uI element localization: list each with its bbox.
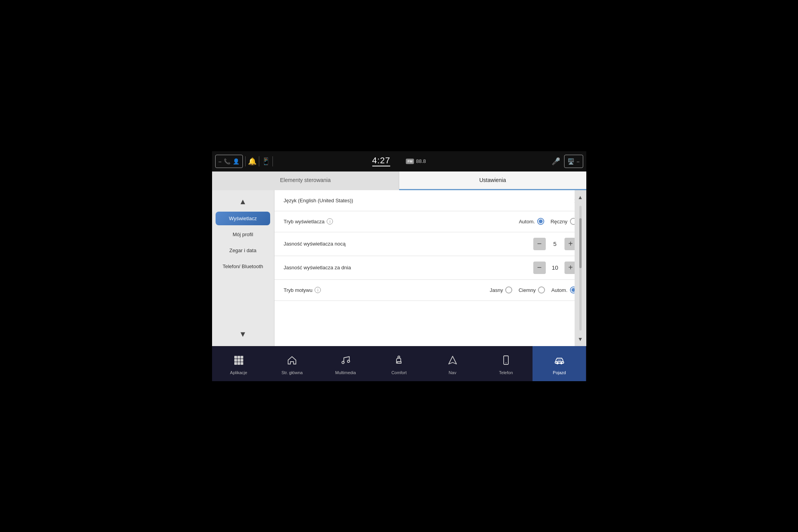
phone-screen-icon[interactable]: 📱 bbox=[262, 157, 270, 166]
aplikacje-label: Aplikacje bbox=[230, 370, 247, 375]
sidebar-item-moj-profil[interactable]: Mój profil bbox=[216, 228, 270, 241]
divider-3 bbox=[272, 156, 273, 166]
tryb-motywu-controls: Jasny Ciemny Autom. bbox=[490, 286, 577, 293]
right-dash: -- bbox=[577, 159, 579, 164]
phone-nav-icon bbox=[501, 355, 511, 368]
status-left: -- 📞 👤 🔔 📱 bbox=[215, 155, 273, 168]
jasnosc-dzien-label: Jasność wyświetlacza za dnia bbox=[284, 265, 351, 270]
scroll-thumb bbox=[579, 218, 582, 268]
fm-badge: FM bbox=[406, 159, 414, 164]
status-right: 🎤 🖥️ -- bbox=[552, 155, 583, 168]
scroll-up[interactable]: ▲ bbox=[575, 190, 586, 204]
settings-panel: Język (English (United States)) › Tryb w… bbox=[274, 190, 586, 346]
status-center: 4:27 FM 88.8 bbox=[372, 156, 426, 166]
autom-radio[interactable] bbox=[537, 218, 544, 225]
row-jasnosc-noc: Jasność wyświetlacza nocą − 5 + bbox=[274, 232, 586, 256]
svg-rect-6 bbox=[234, 362, 237, 365]
jasnosc-dzien-stepper: − 10 + bbox=[533, 262, 577, 274]
content-area: ▲ Wyświetlacz Mój profil Zegar i data Te… bbox=[212, 190, 586, 346]
sidebar-item-zegar-data[interactable]: Zegar i data bbox=[216, 244, 270, 257]
jasny-radio[interactable] bbox=[505, 286, 512, 293]
seat-icon bbox=[393, 355, 404, 368]
svg-rect-2 bbox=[241, 356, 243, 359]
right-status-box: 🖥️ -- bbox=[564, 155, 583, 168]
row-tryb-wyswietlacza: Tryb wyświetlacza i Autom. Ręczny bbox=[274, 211, 586, 232]
autom-motyw-label: Autom. bbox=[551, 287, 567, 293]
scrollbar: ▲ ▼ bbox=[575, 190, 586, 346]
jasnosc-dzien-value: 10 bbox=[550, 264, 561, 271]
row-tryb-motywu: Tryb motywu i Jasny Ciemny Au bbox=[274, 280, 586, 301]
mic-icon[interactable]: 🎤 bbox=[552, 157, 560, 166]
scroll-down[interactable]: ▼ bbox=[575, 332, 586, 346]
user-icon: 👤 bbox=[233, 158, 239, 164]
tryb-motywu-info[interactable]: i bbox=[315, 287, 321, 293]
tryb-motywu-label: Tryb motywu i bbox=[284, 287, 321, 293]
telefon-label: Telefon bbox=[499, 370, 513, 375]
tab-elementy[interactable]: Elementy sterowania bbox=[212, 171, 400, 190]
svg-rect-3 bbox=[234, 359, 237, 362]
jasny-label: Jasny bbox=[490, 287, 503, 293]
left-dash: -- bbox=[219, 159, 221, 164]
tabs: Elementy sterowania Ustawienia bbox=[212, 171, 586, 190]
bell-icon[interactable]: 🔔 bbox=[248, 157, 257, 166]
sidebar: ▲ Wyświetlacz Mój profil Zegar i data Te… bbox=[212, 190, 274, 346]
tryb-wyswietlacza-label: Tryb wyświetlacza i bbox=[284, 218, 333, 224]
aplikacje-icon bbox=[233, 355, 244, 368]
sidebar-item-telefon-bluetooth[interactable]: Telefon/ Bluetooth bbox=[216, 260, 270, 273]
svg-point-13 bbox=[506, 362, 506, 363]
scroll-track bbox=[579, 206, 582, 331]
tab-ustawienia[interactable]: Ustawienia bbox=[399, 171, 586, 190]
reczny-label: Ręczny bbox=[550, 219, 567, 224]
option-autom-motyw[interactable]: Autom. bbox=[551, 286, 577, 293]
autom-label: Autom. bbox=[519, 219, 535, 224]
ciemny-label: Ciemny bbox=[518, 287, 536, 293]
pojazd-label: Pojazd bbox=[553, 370, 566, 375]
multimedia-label: Multimedia bbox=[335, 370, 356, 375]
svg-rect-4 bbox=[237, 359, 240, 362]
svg-rect-8 bbox=[241, 362, 243, 365]
car-icon bbox=[554, 355, 565, 368]
nav-item-str-glowna[interactable]: Str. główna bbox=[265, 346, 319, 381]
main-content: Elementy sterowania Ustawienia ▲ Wyświet… bbox=[212, 171, 586, 346]
option-autom[interactable]: Autom. bbox=[519, 218, 544, 225]
svg-rect-7 bbox=[237, 362, 240, 365]
ciemny-radio[interactable] bbox=[538, 286, 545, 293]
jezyk-label: Język (English (United States)) bbox=[284, 198, 353, 203]
sidebar-down-arrow[interactable]: ▼ bbox=[212, 326, 274, 343]
nav-item-multimedia[interactable]: Multimedia bbox=[319, 346, 372, 381]
bottom-nav: Aplikacje Str. główna Multimedia bbox=[212, 346, 586, 381]
row-jasnosc-dzien: Jasność wyświetlacza za dnia − 10 + bbox=[274, 256, 586, 280]
svg-point-11 bbox=[398, 356, 400, 358]
option-reczny[interactable]: Ręczny bbox=[550, 218, 577, 225]
radio-freq: 88.8 bbox=[416, 158, 426, 164]
tryb-wyswietlacza-info[interactable]: i bbox=[327, 218, 333, 224]
jasnosc-dzien-minus[interactable]: − bbox=[533, 262, 546, 274]
nav-item-aplikacje[interactable]: Aplikacje bbox=[212, 346, 265, 381]
svg-rect-14 bbox=[555, 362, 564, 363]
home-icon bbox=[287, 355, 297, 368]
comfort-label: Comfort bbox=[391, 370, 407, 375]
tryb-wyswietlacza-controls: Autom. Ręczny bbox=[519, 218, 577, 225]
nav-label: Nav bbox=[449, 370, 457, 375]
divider-2 bbox=[259, 156, 259, 166]
str-glowna-label: Str. główna bbox=[281, 370, 303, 375]
svg-rect-1 bbox=[237, 356, 240, 359]
right-icon: 🖥️ bbox=[568, 158, 574, 164]
svg-rect-0 bbox=[234, 356, 237, 359]
clock: 4:27 bbox=[372, 156, 390, 165]
option-jasny[interactable]: Jasny bbox=[490, 286, 512, 293]
divider-1 bbox=[245, 156, 246, 166]
radio-display: FM 88.8 bbox=[406, 158, 426, 164]
sidebar-up-arrow[interactable]: ▲ bbox=[212, 193, 274, 210]
svg-rect-5 bbox=[241, 359, 243, 362]
row-jezyk: Język (English (United States)) › bbox=[274, 190, 586, 211]
sidebar-item-wyswietlacz[interactable]: Wyświetlacz bbox=[216, 212, 270, 225]
jasnosc-noc-minus[interactable]: − bbox=[533, 238, 546, 250]
nav-item-pojazd[interactable]: Pojazd bbox=[533, 346, 586, 381]
nav-item-nav[interactable]: Nav bbox=[426, 346, 479, 381]
left-status-box: -- 📞 👤 bbox=[215, 155, 243, 168]
option-ciemny[interactable]: Ciemny bbox=[518, 286, 545, 293]
navigation-icon bbox=[447, 355, 458, 368]
nav-item-comfort[interactable]: Comfort bbox=[372, 346, 426, 381]
nav-item-telefon[interactable]: Telefon bbox=[479, 346, 533, 381]
